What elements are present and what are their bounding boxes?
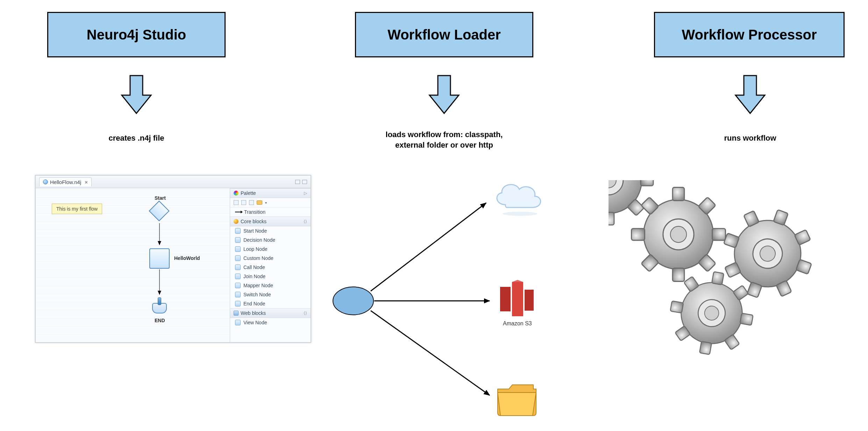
palette-item-label: Decision Node <box>243 237 275 243</box>
core-blocks-icon <box>234 219 239 224</box>
palette-item-label: Switch Node <box>243 292 271 297</box>
transition-icon <box>235 212 241 212</box>
loop-node-icon <box>235 246 241 252</box>
arrow-down-loader <box>427 73 462 115</box>
svg-marker-7 <box>512 280 523 282</box>
svg-rect-15 <box>609 212 614 225</box>
svg-rect-4 <box>500 287 511 311</box>
end-node-icon <box>235 301 241 306</box>
palette-item-call-node[interactable]: Call Node <box>230 263 311 272</box>
s3-icon <box>500 280 534 316</box>
mapper-node-icon <box>235 283 241 288</box>
globe-icon <box>43 179 48 184</box>
palette-item-decision-node[interactable]: Decision Node <box>230 235 311 245</box>
palette-item-label: Join Node <box>243 274 265 279</box>
palette-section-core-label: Core blocks <box>241 219 266 224</box>
end-node[interactable] <box>152 303 167 313</box>
palette-header-label: Palette <box>241 190 256 196</box>
arrow-down-processor <box>733 73 768 115</box>
canvas-area[interactable]: This is my first flow Start HelloWorld E… <box>36 188 230 342</box>
switch-node-icon <box>235 292 241 297</box>
loader-hub <box>333 287 373 315</box>
svg-rect-13 <box>641 180 653 186</box>
flow-label-hello: HelloWorld <box>174 255 200 261</box>
studio-tab-helloflow[interactable]: HelloFlow.n4j × <box>39 177 92 186</box>
chevron-collapse-icon: ⟨⟩ <box>304 311 307 316</box>
palette-item-end-node[interactable]: End Node <box>230 299 311 308</box>
caption-studio: creates .n4j file <box>98 133 175 143</box>
palette-item-join-node[interactable]: Join Node <box>230 272 311 281</box>
palette-item-custom-node[interactable]: Custom Node <box>230 254 311 263</box>
studio-body: This is my first flow Start HelloWorld E… <box>36 188 311 342</box>
folder-icon <box>498 385 536 416</box>
palette-item-label: View Node <box>243 320 267 325</box>
arrow-down-studio <box>119 73 154 115</box>
studio-tab-label: HelloFlow.n4j <box>50 179 81 185</box>
sticky-note[interactable]: This is my first flow <box>52 204 102 214</box>
decision-node-icon <box>235 237 241 243</box>
pointer-tool-icon[interactable] <box>234 200 239 205</box>
caption-loader-line1: loads workflow from: classpath, <box>386 130 503 139</box>
folder-icon[interactable] <box>257 200 262 205</box>
arrow-to-cloud <box>371 203 486 291</box>
svg-rect-6 <box>525 290 534 311</box>
hello-node[interactable] <box>149 248 170 269</box>
caption-loader: loads workflow from: classpath, external… <box>360 129 528 150</box>
chevron-right-icon: ▷ <box>304 191 307 196</box>
palette-section-web-label: Web blocks <box>241 310 266 316</box>
sticky-note-text: This is my first flow <box>56 206 98 212</box>
connector-start-hello <box>158 223 161 248</box>
box-processor-title: Workflow Processor <box>682 27 817 43</box>
palette-item-label: End Node <box>243 301 265 306</box>
arrow-to-folder <box>371 311 490 395</box>
palette-icon <box>234 191 239 196</box>
palette-item-label: Call Node <box>243 264 265 270</box>
start-node-icon <box>235 228 241 234</box>
close-icon[interactable]: × <box>85 179 88 185</box>
caption-processor: runs workflow <box>712 133 789 143</box>
palette-item-start-node[interactable]: Start Node <box>230 226 311 235</box>
palette-transition-label: Transition <box>244 209 265 215</box>
palette-toolrow: ▾ <box>230 198 311 207</box>
view-node-icon <box>235 320 241 325</box>
palette-section-web[interactable]: Web blocks ⟨⟩ <box>230 308 311 318</box>
connector-hello-end <box>158 269 161 297</box>
studio-editor-panel: HelloFlow.n4j × This is my first flow St… <box>35 175 311 343</box>
svg-rect-5 <box>512 282 523 316</box>
palette-item-label: Start Node <box>243 228 267 234</box>
palette-header[interactable]: Palette ▷ <box>230 188 311 198</box>
zoom-in-icon[interactable] <box>241 200 246 205</box>
palette-section-core[interactable]: Core blocks ⟨⟩ <box>230 217 311 226</box>
zoom-out-icon[interactable] <box>249 200 254 205</box>
call-node-icon <box>235 264 241 270</box>
custom-node-icon <box>235 255 241 261</box>
loader-diagram: Amazon S3 <box>325 171 570 423</box>
palette-item-switch-node[interactable]: Switch Node <box>230 290 311 299</box>
minimize-icon[interactable] <box>295 180 300 184</box>
palette-item-loop-node[interactable]: Loop Node <box>230 245 311 254</box>
box-loader-title: Workflow Loader <box>387 27 501 43</box>
palette-panel: Palette ▷ ▾ Transition Core blocks <box>230 188 311 342</box>
palette-item-mapper-node[interactable]: Mapper Node <box>230 281 311 290</box>
web-blocks-icon <box>234 311 239 316</box>
palette-transition[interactable]: Transition <box>230 207 311 217</box>
caption-loader-line2: external folder or over http <box>395 141 493 149</box>
join-node-icon <box>235 274 241 279</box>
dropdown-icon[interactable]: ▾ <box>265 201 267 205</box>
box-loader: Workflow Loader <box>355 12 533 57</box>
studio-tabbar: HelloFlow.n4j × <box>36 176 311 188</box>
palette-item-view-node[interactable]: View Node <box>230 318 311 327</box>
box-studio: Neuro4j Studio <box>47 12 226 57</box>
gears-icon <box>609 180 832 362</box>
chevron-collapse-icon: ⟨⟩ <box>304 219 307 224</box>
palette-item-label: Mapper Node <box>243 283 273 288</box>
flow-label-start: Start <box>155 195 166 201</box>
start-node[interactable] <box>149 200 169 221</box>
box-processor: Workflow Processor <box>654 12 845 57</box>
svg-point-3 <box>503 212 538 216</box>
cloud-icon <box>497 185 541 216</box>
palette-item-label: Loop Node <box>243 246 268 252</box>
palette-item-label: Custom Node <box>243 255 273 261</box>
maximize-icon[interactable] <box>302 180 307 184</box>
box-studio-title: Neuro4j Studio <box>87 27 186 43</box>
